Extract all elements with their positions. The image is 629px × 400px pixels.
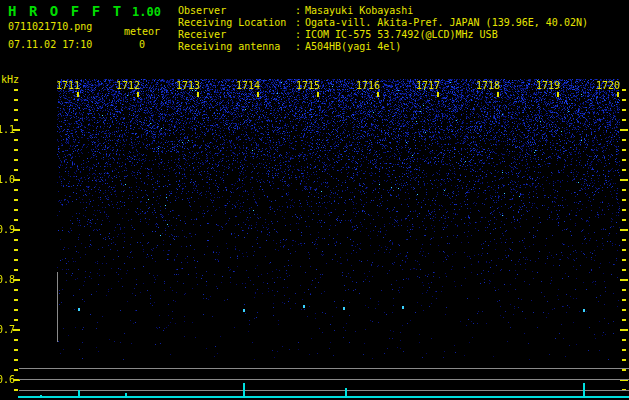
station-info-row: Receiver:ICOM IC-575 53.7492(@LCD)MHz US…: [178, 29, 588, 41]
freq-minor-tick-right: [622, 199, 626, 201]
signal-spike: [243, 383, 245, 398]
freq-minor-tick-left: [14, 99, 18, 101]
freq-tick-label: 1.1: [0, 125, 14, 135]
signal-level-trace: [18, 396, 629, 398]
time-tick: [317, 92, 319, 97]
output-filename: 0711021710.png: [8, 21, 92, 32]
freq-minor-tick-left: [14, 189, 18, 191]
freq-tick-label: 0.8: [0, 275, 14, 285]
station-info-value: Ogata-vill. Akita-Pref. JAPAN (139.96E, …: [305, 17, 588, 28]
freq-major-tick-right: [620, 329, 628, 331]
freq-tick-label: 0.9: [0, 225, 14, 235]
meteor-echo-dot: [343, 307, 345, 310]
freq-minor-tick-right: [622, 99, 626, 101]
freq-minor-tick-left: [14, 239, 18, 241]
freq-minor-tick-left: [14, 199, 18, 201]
freq-minor-tick-right: [622, 349, 626, 351]
freq-minor-tick-right: [622, 339, 626, 341]
freq-minor-tick-left: [14, 119, 18, 121]
freq-minor-tick-left: [14, 289, 18, 291]
level-reference-line-middle: [19, 379, 629, 380]
freq-minor-tick-right: [622, 359, 626, 361]
freq-minor-tick-left: [14, 89, 18, 91]
freq-minor-tick-right: [622, 109, 626, 111]
freq-minor-tick-right: [622, 139, 626, 141]
freq-minor-tick-left: [14, 209, 18, 211]
station-info-colon: :: [295, 41, 305, 53]
freq-minor-tick-left: [14, 259, 18, 261]
app-title: HROFFT: [8, 3, 134, 19]
freq-minor-tick-left: [14, 219, 18, 221]
station-info-row: Observer:Masayuki Kobayashi: [178, 5, 588, 17]
freq-minor-tick-left: [14, 389, 18, 391]
time-tick: [617, 92, 619, 97]
time-tick-label: 1711: [53, 80, 80, 91]
left-edge-reference-line: [57, 272, 58, 342]
station-info-value: ICOM IC-575 53.7492(@LCD)MHz USB: [305, 29, 498, 40]
time-tick: [557, 92, 559, 97]
frequency-axis-unit: kHz: [1, 74, 19, 85]
freq-minor-tick-right: [622, 159, 626, 161]
freq-minor-tick-left: [14, 159, 18, 161]
level-reference-line-upper: [19, 368, 629, 369]
station-info-row: Receiving Location:Ogata-vill. Akita-Pre…: [178, 17, 588, 29]
level-reference-line-lower: [19, 390, 629, 391]
freq-minor-tick-right: [622, 119, 626, 121]
time-tick: [377, 92, 379, 97]
freq-minor-tick-left: [14, 269, 18, 271]
freq-minor-tick-left: [14, 139, 18, 141]
meteor-echo-dot: [78, 308, 80, 311]
signal-spike: [583, 383, 585, 398]
meteor-echo-dot: [303, 305, 305, 308]
freq-tick-label: 1.0: [0, 175, 14, 185]
time-tick-label: 1717: [413, 80, 440, 91]
freq-minor-tick-right: [622, 169, 626, 171]
freq-major-tick-right: [620, 179, 628, 181]
freq-tick-label: 0.7: [0, 325, 14, 335]
station-info-colon: :: [295, 17, 305, 29]
freq-minor-tick-left: [14, 319, 18, 321]
app-version: 1.00: [132, 5, 161, 19]
freq-minor-tick-left: [14, 359, 18, 361]
signal-spike: [40, 395, 42, 398]
station-info-colon: :: [295, 5, 305, 17]
freq-minor-tick-right: [622, 289, 626, 291]
station-info-value: A504HB(yagi 4el): [305, 41, 401, 52]
time-tick: [257, 92, 259, 97]
station-info-value: Masayuki Kobayashi: [305, 5, 413, 16]
freq-minor-tick-left: [14, 309, 18, 311]
freq-minor-tick-left: [14, 109, 18, 111]
station-info-label: Receiving antenna: [178, 41, 295, 53]
time-tick: [137, 92, 139, 97]
freq-minor-tick-right: [622, 259, 626, 261]
freq-minor-tick-right: [622, 149, 626, 151]
freq-minor-tick-right: [622, 269, 626, 271]
meteor-echo-dot: [583, 309, 585, 312]
freq-major-tick-right: [620, 129, 628, 131]
freq-minor-tick-right: [622, 219, 626, 221]
freq-minor-tick-right: [622, 319, 626, 321]
signal-spike: [78, 390, 80, 398]
freq-minor-tick-right: [622, 209, 626, 211]
spectrogram-noise: [57, 79, 620, 360]
freq-major-tick-right: [620, 279, 628, 281]
signal-spike: [125, 393, 127, 398]
signal-spike: [345, 388, 347, 398]
freq-minor-tick-right: [622, 309, 626, 311]
freq-minor-tick-left: [14, 169, 18, 171]
time-tick-label: 1712: [113, 80, 140, 91]
station-info-colon: :: [295, 29, 305, 41]
freq-minor-tick-left: [14, 339, 18, 341]
freq-tick-label: 0.6: [0, 375, 14, 385]
time-tick-label: 1718: [473, 80, 500, 91]
meteor-count-label: meteor: [120, 26, 164, 37]
station-info-label: Receiver: [178, 29, 295, 41]
freq-minor-tick-left: [14, 369, 18, 371]
freq-minor-tick-left: [14, 349, 18, 351]
freq-minor-tick-right: [622, 239, 626, 241]
time-tick: [437, 92, 439, 97]
freq-minor-tick-left: [14, 249, 18, 251]
observation-datetime: 07.11.02 17:10: [8, 39, 92, 50]
freq-major-tick-right: [620, 229, 628, 231]
time-tick-label: 1716: [353, 80, 380, 91]
